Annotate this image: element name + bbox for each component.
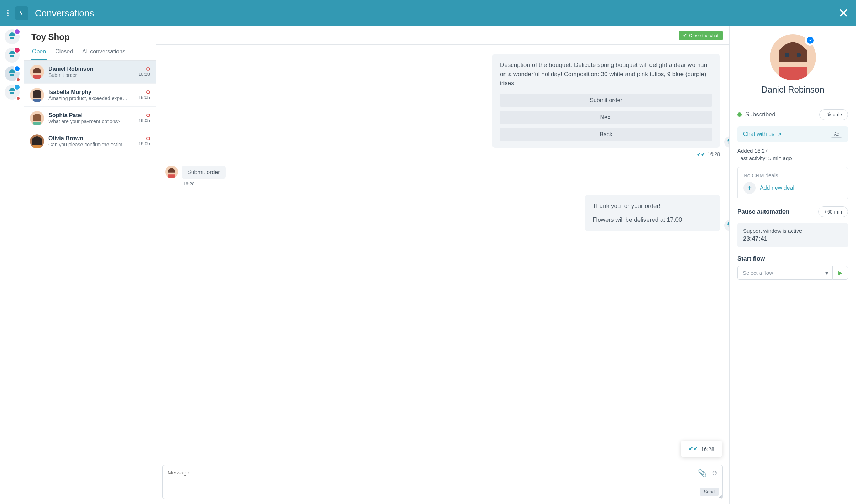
tab-closed[interactable]: Closed xyxy=(54,45,74,60)
support-countdown: 23:47:41 xyxy=(743,235,842,242)
support-window-box: Support window is active 23:47:41 xyxy=(737,223,848,247)
conversation-item[interactable]: Isabella Murphy Amazing product, exceede… xyxy=(24,84,156,107)
unread-indicator-icon xyxy=(146,90,150,94)
svg-rect-11 xyxy=(779,67,807,80)
external-link-icon: ↗ xyxy=(777,131,781,138)
conversation-list-panel: Toy Shop Open Closed All conversations D… xyxy=(24,26,156,504)
conversation-time: 16:05 xyxy=(138,118,150,123)
tab-all[interactable]: All conversations xyxy=(82,45,126,60)
channel-instagram[interactable] xyxy=(5,48,20,63)
channel-viber[interactable] xyxy=(5,29,20,44)
avatar xyxy=(30,134,44,148)
online-status-icon xyxy=(737,112,742,117)
message-time: 16:28 xyxy=(708,151,720,157)
add-new-deal-button[interactable]: + Add new deal xyxy=(743,182,842,194)
svg-rect-5 xyxy=(33,122,41,125)
tab-open[interactable]: Open xyxy=(31,45,47,60)
messenger-badge-icon xyxy=(805,35,815,46)
close-chat-button[interactable]: ✔ Close the chat xyxy=(679,31,723,40)
pause-automation-label: Pause automation xyxy=(737,208,789,215)
conversation-time: 16:28 xyxy=(138,72,150,77)
svg-rect-7 xyxy=(33,145,41,148)
conversation-time: 16:05 xyxy=(138,95,150,100)
timestamp-popover: ✔✔ 16:28 xyxy=(681,441,722,457)
subscribed-label: Subscribed xyxy=(745,111,776,118)
emoji-icon[interactable]: ☺ xyxy=(711,469,718,477)
conversation-name: Daniel Robinson xyxy=(48,66,134,72)
support-window-label: Support window is active xyxy=(743,228,842,234)
avatar xyxy=(30,65,44,79)
chat-widget-link-box: Chat with us ↗ Ad xyxy=(737,126,848,142)
conversation-name: Sophia Patel xyxy=(48,112,134,119)
bot-message-card: Description of the bouquet: Delicate spr… xyxy=(492,54,720,148)
message-time: 16:28 xyxy=(701,446,714,452)
conversation-time: 16:05 xyxy=(138,141,150,146)
unread-dot-icon xyxy=(16,96,20,100)
messenger-badge-icon xyxy=(14,65,20,72)
ad-badge: Ad xyxy=(831,131,842,138)
app-header: Conversations ✕ xyxy=(0,0,856,26)
shop-name: Toy Shop xyxy=(24,26,156,45)
start-flow-label: Start flow xyxy=(737,255,765,262)
channel-messenger[interactable] xyxy=(5,66,20,81)
bot-message: Thank you for your order! Flowers will b… xyxy=(585,195,720,231)
user-avatar xyxy=(165,166,178,178)
close-chat-label: Close the chat xyxy=(689,33,719,38)
unread-indicator-icon xyxy=(146,114,150,117)
conversation-item[interactable]: Daniel Robinson Submit order 16:28 xyxy=(24,61,156,84)
play-icon: ▶ xyxy=(838,270,842,276)
send-button[interactable]: Send xyxy=(700,488,719,496)
read-receipt-icon: ✔✔ xyxy=(697,151,705,157)
disable-button[interactable]: Disable xyxy=(819,109,848,120)
option-next-button[interactable]: Next xyxy=(500,111,712,124)
svg-rect-1 xyxy=(33,75,41,79)
resize-grip-icon: ◢ xyxy=(719,494,722,498)
channel-rail xyxy=(0,26,24,504)
unread-indicator-icon xyxy=(146,137,150,140)
user-message: Submit order xyxy=(182,166,226,179)
unread-dot-icon xyxy=(16,78,20,82)
flow-select[interactable]: Select a flow xyxy=(737,266,832,280)
profile-name: Daniel Robinson xyxy=(737,85,848,95)
conversation-tabs: Open Closed All conversations xyxy=(24,45,156,61)
conversation-preview: What are your payment options? xyxy=(48,119,134,124)
added-time: Added 16:27 xyxy=(737,148,848,154)
bot-reply-line2: Flowers will be delivered at 17:00 xyxy=(593,215,712,225)
app-title: Conversations xyxy=(35,8,94,19)
chat-with-us-link[interactable]: Chat with us ↗ xyxy=(743,131,781,138)
bot-message-text: Description of the bouquet: Delicate spr… xyxy=(500,61,712,88)
read-receipt-icon: ✔✔ xyxy=(689,446,698,452)
conversation-name: Isabella Murphy xyxy=(48,89,134,95)
viber-badge-icon xyxy=(14,28,20,35)
option-back-button[interactable]: Back xyxy=(500,128,712,141)
option-submit-order-button[interactable]: Submit order xyxy=(500,94,712,107)
avatar xyxy=(30,88,44,102)
channel-telegram[interactable] xyxy=(5,85,20,100)
app-logo-icon xyxy=(15,6,28,20)
crm-deals-box: No CRM deals + Add new deal xyxy=(737,167,848,199)
attachment-icon[interactable]: 📎 xyxy=(698,469,707,477)
svg-rect-3 xyxy=(33,99,41,102)
pause-60min-button[interactable]: +60 min xyxy=(818,206,848,217)
svg-rect-9 xyxy=(168,174,175,178)
bot-avatar-icon xyxy=(724,220,729,231)
last-activity: Last activity: 5 min ago xyxy=(737,155,848,161)
drag-handle-icon[interactable] xyxy=(7,10,11,16)
conversation-name: Olivia Brown xyxy=(48,135,134,142)
close-icon[interactable]: ✕ xyxy=(838,6,849,21)
start-flow-button[interactable]: ▶ xyxy=(832,266,848,280)
plus-icon: + xyxy=(743,182,756,194)
message-composer: 📎 ☺ Send ◢ xyxy=(162,465,723,499)
svg-point-13 xyxy=(796,53,801,57)
bot-reply-line1: Thank you for your order! xyxy=(593,201,712,211)
bot-avatar-icon xyxy=(724,136,729,148)
conversation-item[interactable]: Sophia Patel What are your payment optio… xyxy=(24,107,156,130)
conversation-item[interactable]: Olivia Brown Can you please confirm the … xyxy=(24,130,156,153)
chat-panel: ✔ Close the chat Description of the bouq… xyxy=(156,26,730,504)
instagram-badge-icon xyxy=(14,47,20,53)
conversation-preview: Can you please confirm the estim… xyxy=(48,142,134,147)
svg-point-12 xyxy=(785,53,789,57)
unread-indicator-icon xyxy=(146,67,150,71)
telegram-badge-icon xyxy=(14,84,20,90)
message-input[interactable] xyxy=(168,469,717,484)
